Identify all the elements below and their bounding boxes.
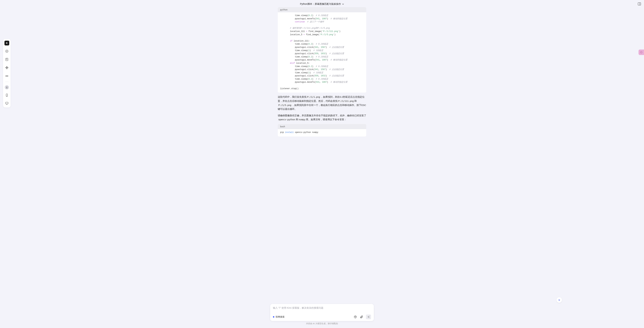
online-label: 联网搜索: [276, 315, 284, 319]
send-icon: [367, 316, 370, 318]
inline-code: P:/1/5.png: [278, 104, 292, 107]
panel-toggle-button[interactable]: [638, 2, 641, 6]
cube-icon: [354, 315, 357, 319]
cube-button[interactable]: [354, 315, 357, 319]
composer-actions: [354, 315, 371, 319]
online-dot-icon: [273, 316, 274, 318]
text: 和: [296, 118, 298, 121]
code-block-bash: bash pip install opencv-python numpy: [278, 124, 366, 136]
header: Python脚本：屏幕图像匹配与鼠标操作: [0, 0, 644, 8]
inline-code: P:/1/1.png: [306, 95, 321, 98]
online-search-toggle[interactable]: 联网搜索: [273, 315, 284, 319]
main-content: python time.sleep(0.2) # 0.2秒延迟 pyautogu…: [0, 0, 644, 328]
panel-right-icon: [638, 2, 641, 6]
explanation-paragraph-2: 请确保图像路径正确，并且图像文件存在于指定的路径下。此外，确保你已经安装了ope…: [278, 114, 366, 122]
chevron-down-icon: [342, 3, 344, 5]
code-lang-label: bash: [278, 124, 366, 129]
svg-rect-0: [638, 3, 641, 5]
inline-code: numpy: [298, 118, 306, 121]
double-chevron-down-icon: [558, 299, 560, 301]
conversation-title[interactable]: Python脚本：屏幕图像匹配与鼠标操作: [300, 2, 344, 6]
conversation-title-text: Python脚本：屏幕图像匹配与鼠标操作: [300, 2, 341, 6]
explanation-paragraph-1: 这段代码中，我们首先查找P:/1/1.png，如果找到，则在0.2秒延迟后点击指…: [278, 95, 366, 111]
composer-toolbar: 联网搜索: [273, 315, 371, 319]
send-button[interactable]: [366, 315, 371, 319]
disclaimer-text: 内容由 AI 大模型生成，请仔细甄别: [306, 322, 338, 325]
text: 库。如果没有，请使用以下命令安装：: [306, 118, 346, 121]
text: 和: [354, 100, 357, 102]
code-body[interactable]: time.sleep(0.2) # 0.2秒延迟 pyautogui.moveT…: [278, 12, 366, 93]
text: 请确保图像路径正确，并且图像文件存在于指定的路径下。此外，确保你已经安装了: [278, 114, 366, 117]
text: 这段代码中，我们首先查找: [278, 96, 306, 98]
composer: 联网搜索: [270, 304, 374, 321]
message-input[interactable]: [273, 307, 371, 309]
code-block-python: python time.sleep(0.2) # 0.2秒延迟 pyautogu…: [278, 7, 366, 93]
scroll-down-button[interactable]: [556, 297, 562, 303]
code-body[interactable]: pip install opencv-python numpy: [278, 129, 366, 136]
composer-area: 联网搜索 内容由 AI 大模型生成，请仔细甄别: [0, 304, 644, 325]
attach-button[interactable]: [360, 315, 363, 319]
inline-code: opencv-python: [278, 118, 296, 121]
paperclip-icon: [360, 315, 363, 319]
chat-content: python time.sleep(0.2) # 0.2秒延迟 pyautogu…: [278, 7, 366, 306]
inline-code: P:/1/111.png: [338, 100, 354, 102]
